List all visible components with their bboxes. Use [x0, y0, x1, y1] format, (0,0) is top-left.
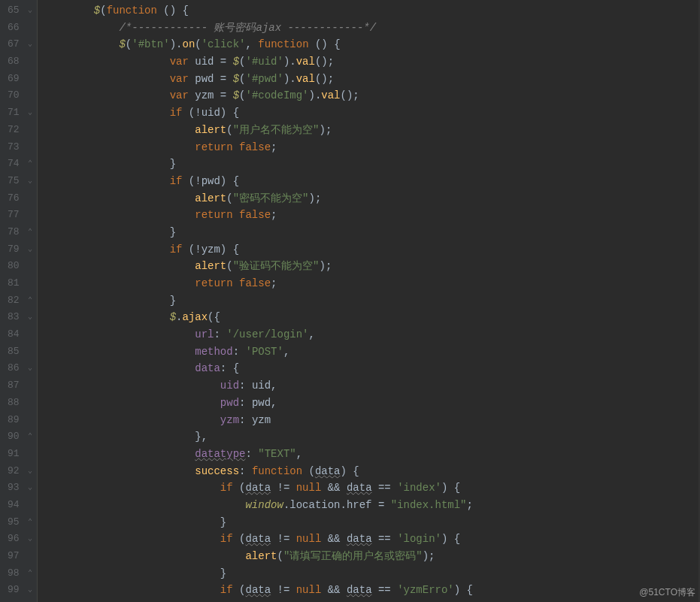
fold-none: [24, 548, 37, 565]
line-number: 89: [8, 412, 20, 429]
code-line[interactable]: var uid = $('#uid').val();: [44, 53, 473, 71]
code-line[interactable]: },: [44, 428, 473, 446]
fold-none: [24, 343, 37, 361]
watermark-label: @51CTO博客: [639, 586, 695, 599]
line-number: 94: [8, 497, 20, 514]
line-number: 90: [8, 428, 20, 446]
fold-open-icon[interactable]: ⌄: [24, 463, 37, 480]
fold-open-icon[interactable]: ⌄: [24, 104, 37, 122]
line-number: 96: [8, 531, 20, 548]
line-number: 70: [8, 87, 20, 104]
code-line[interactable]: var pwd = $('#pwd').val();: [44, 71, 473, 88]
code-line[interactable]: success: function (data) {: [44, 463, 473, 480]
code-line[interactable]: if (data != null && data == 'index') {: [44, 479, 473, 497]
line-number: 88: [8, 395, 20, 412]
code-line[interactable]: }: [44, 565, 473, 582]
fold-none: [24, 412, 37, 429]
line-number: 67: [8, 36, 20, 53]
fold-none: [24, 122, 37, 139]
code-line[interactable]: alert("请填写正确的用户名或密码");: [44, 548, 473, 565]
fold-close-icon[interactable]: ⌃: [24, 428, 37, 446]
line-number: 91: [8, 446, 20, 463]
code-line[interactable]: alert("用户名不能为空");: [44, 122, 473, 139]
code-line[interactable]: window.location.href = "index.html";: [44, 497, 473, 514]
fold-open-icon[interactable]: ⌄: [24, 173, 37, 190]
line-number: 92: [8, 463, 20, 480]
line-number: 93: [8, 479, 20, 497]
line-number: 98: [8, 565, 20, 582]
code-line[interactable]: pwd: pwd,: [44, 395, 473, 412]
fold-close-icon[interactable]: ⌃: [24, 292, 37, 310]
fold-close-icon[interactable]: ⌃: [24, 224, 37, 241]
code-line[interactable]: uid: uid,: [44, 377, 473, 395]
code-line[interactable]: $.ajax({: [44, 309, 473, 326]
fold-open-icon[interactable]: ⌄: [24, 309, 37, 326]
fold-column[interactable]: ⌄⌄⌄⌃⌄⌃⌄⌃⌄⌄⌃⌄⌄⌃⌄⌃⌄: [24, 0, 38, 602]
code-line[interactable]: return false;: [44, 275, 473, 292]
fold-none: [24, 377, 37, 395]
code-line[interactable]: yzm: yzm: [44, 412, 473, 429]
code-line[interactable]: url: '/user/login',: [44, 326, 473, 343]
fold-none: [24, 207, 37, 224]
line-number: 69: [8, 71, 20, 88]
code-line[interactable]: return false;: [44, 207, 473, 224]
code-line[interactable]: /*------------ 账号密码ajax ------------*/: [44, 20, 473, 37]
code-line[interactable]: if (!uid) {: [44, 104, 473, 122]
code-line[interactable]: var yzm = $('#codeImg').val();: [44, 87, 473, 104]
line-number: 77: [8, 207, 20, 224]
line-number: 79: [8, 241, 20, 259]
line-number: 68: [8, 53, 20, 71]
line-number: 95: [8, 514, 20, 531]
code-line[interactable]: return false;: [44, 139, 473, 156]
code-line[interactable]: alert("验证码不能为空");: [44, 258, 473, 275]
fold-none: [24, 87, 37, 104]
line-number: 83: [8, 309, 20, 326]
fold-open-icon[interactable]: ⌄: [24, 360, 37, 377]
line-number: 97: [8, 548, 20, 565]
line-number: 99: [8, 582, 20, 599]
line-number: 66: [8, 20, 20, 37]
code-line[interactable]: }: [44, 224, 473, 241]
fold-none: [24, 258, 37, 275]
fold-open-icon[interactable]: ⌄: [24, 582, 37, 599]
fold-none: [24, 275, 37, 292]
fold-close-icon[interactable]: ⌃: [24, 565, 37, 582]
code-line[interactable]: $('#btn').on('click', function () {: [44, 36, 473, 53]
fold-close-icon[interactable]: ⌃: [24, 514, 37, 531]
line-number: 86: [8, 360, 20, 377]
code-line[interactable]: if (!yzm) {: [44, 241, 473, 259]
fold-none: [24, 395, 37, 412]
line-number-gutter: 6566676869707172737475767778798081828384…: [0, 0, 24, 602]
line-number: 75: [8, 173, 20, 190]
code-line[interactable]: $(function () {: [44, 2, 473, 20]
fold-none: [24, 139, 37, 156]
fold-close-icon[interactable]: ⌃: [24, 156, 37, 173]
fold-open-icon[interactable]: ⌄: [24, 479, 37, 497]
code-line[interactable]: datatype: "TEXT",: [44, 446, 473, 463]
code-line[interactable]: if (!pwd) {: [44, 173, 473, 190]
fold-open-icon[interactable]: ⌄: [24, 36, 37, 53]
line-number: 78: [8, 224, 20, 241]
fold-none: [24, 446, 37, 463]
code-line[interactable]: }: [44, 514, 473, 531]
code-area[interactable]: $(function () { /*------------ 账号密码ajax …: [38, 0, 473, 602]
line-number: 76: [8, 190, 20, 207]
fold-none: [24, 326, 37, 343]
code-editor[interactable]: 6566676869707172737475767778798081828384…: [0, 0, 700, 602]
fold-open-icon[interactable]: ⌄: [24, 531, 37, 548]
line-number: 87: [8, 377, 20, 395]
fold-open-icon[interactable]: ⌄: [24, 241, 37, 259]
code-line[interactable]: alert("密码不能为空");: [44, 190, 473, 207]
fold-none: [24, 190, 37, 207]
code-line[interactable]: method: 'POST',: [44, 343, 473, 361]
code-line[interactable]: }: [44, 292, 473, 310]
code-line[interactable]: if (data != null && data == 'login') {: [44, 531, 473, 548]
code-line[interactable]: if (data != null && data == 'yzmErro') {: [44, 582, 473, 599]
line-number: 82: [8, 292, 20, 310]
line-number: 74: [8, 156, 20, 173]
fold-open-icon[interactable]: ⌄: [24, 2, 37, 20]
line-number: 72: [8, 122, 20, 139]
code-line[interactable]: data: {: [44, 360, 473, 377]
line-number: 73: [8, 139, 20, 156]
code-line[interactable]: }: [44, 156, 473, 173]
